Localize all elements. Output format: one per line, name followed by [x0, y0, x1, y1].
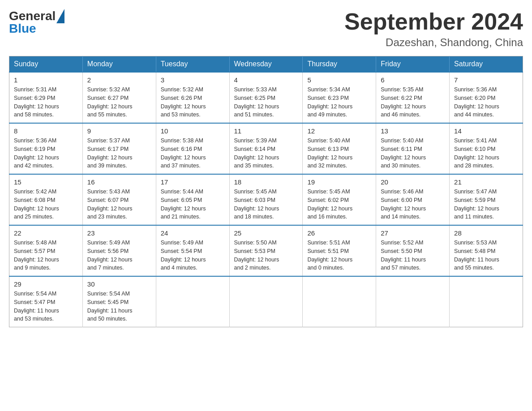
- day-info: Sunrise: 5:32 AMSunset: 6:26 PMDaylight:…: [161, 86, 225, 119]
- day-info: Sunrise: 5:40 AMSunset: 6:13 PMDaylight:…: [307, 137, 371, 170]
- day-number: 19: [307, 178, 371, 186]
- day-info: Sunrise: 5:52 AMSunset: 5:50 PMDaylight:…: [381, 239, 445, 272]
- calendar-cell: 20Sunrise: 5:46 AMSunset: 6:00 PMDayligh…: [376, 174, 450, 225]
- day-info: Sunrise: 5:45 AMSunset: 6:02 PMDaylight:…: [307, 188, 371, 221]
- calendar-cell: [376, 276, 450, 327]
- day-info: Sunrise: 5:43 AMSunset: 6:07 PMDaylight:…: [87, 188, 151, 221]
- day-number: 28: [454, 229, 518, 237]
- day-number: 1: [14, 76, 78, 84]
- day-number: 30: [87, 280, 151, 288]
- day-info: Sunrise: 5:46 AMSunset: 6:00 PMDaylight:…: [381, 188, 445, 221]
- day-info: Sunrise: 5:44 AMSunset: 6:05 PMDaylight:…: [161, 188, 225, 221]
- calendar-week-row: 8Sunrise: 5:36 AMSunset: 6:19 PMDaylight…: [9, 123, 523, 174]
- title-section: September 2024 Dazeshan, Shandong, China: [344, 9, 523, 49]
- day-number: 2: [87, 76, 151, 84]
- day-number: 16: [87, 178, 151, 186]
- day-info: Sunrise: 5:50 AMSunset: 5:53 PMDaylight:…: [234, 239, 298, 272]
- calendar-week-row: 22Sunrise: 5:48 AMSunset: 5:57 PMDayligh…: [9, 225, 523, 276]
- weekday-header-sunday: Sunday: [9, 56, 83, 73]
- page-header: General Blue September 2024 Dazeshan, Sh…: [9, 9, 523, 49]
- day-number: 22: [14, 229, 78, 237]
- day-number: 13: [381, 127, 445, 135]
- calendar-cell: 22Sunrise: 5:48 AMSunset: 5:57 PMDayligh…: [9, 225, 83, 276]
- weekday-header-saturday: Saturday: [450, 56, 523, 73]
- day-number: 21: [454, 178, 518, 186]
- calendar-cell: [450, 276, 523, 327]
- day-number: 20: [381, 178, 445, 186]
- location-title: Dazeshan, Shandong, China: [344, 36, 523, 49]
- day-info: Sunrise: 5:36 AMSunset: 6:20 PMDaylight:…: [454, 86, 518, 119]
- day-number: 10: [161, 127, 225, 135]
- day-info: Sunrise: 5:36 AMSunset: 6:19 PMDaylight:…: [14, 137, 78, 170]
- day-number: 4: [234, 76, 298, 84]
- day-info: Sunrise: 5:39 AMSunset: 6:14 PMDaylight:…: [234, 137, 298, 170]
- day-info: Sunrise: 5:37 AMSunset: 6:17 PMDaylight:…: [87, 137, 151, 170]
- calendar-cell: 29Sunrise: 5:54 AMSunset: 5:47 PMDayligh…: [9, 276, 83, 327]
- calendar-week-row: 15Sunrise: 5:42 AMSunset: 6:08 PMDayligh…: [9, 174, 523, 225]
- calendar-cell: 18Sunrise: 5:45 AMSunset: 6:03 PMDayligh…: [229, 174, 303, 225]
- day-info: Sunrise: 5:54 AMSunset: 5:47 PMDaylight:…: [14, 290, 78, 323]
- day-info: Sunrise: 5:31 AMSunset: 6:29 PMDaylight:…: [14, 86, 78, 119]
- day-number: 26: [307, 229, 371, 237]
- day-number: 23: [87, 229, 151, 237]
- calendar-cell: 2Sunrise: 5:32 AMSunset: 6:27 PMDaylight…: [82, 72, 156, 123]
- calendar-week-row: 1Sunrise: 5:31 AMSunset: 6:29 PMDaylight…: [9, 72, 523, 123]
- calendar-cell: 28Sunrise: 5:53 AMSunset: 5:48 PMDayligh…: [450, 225, 523, 276]
- calendar-body: 1Sunrise: 5:31 AMSunset: 6:29 PMDaylight…: [9, 72, 523, 327]
- weekday-header-row: SundayMondayTuesdayWednesdayThursdayFrid…: [9, 56, 523, 73]
- day-number: 14: [454, 127, 518, 135]
- day-number: 17: [161, 178, 225, 186]
- calendar-cell: 14Sunrise: 5:41 AMSunset: 6:10 PMDayligh…: [450, 123, 523, 174]
- day-number: 27: [381, 229, 445, 237]
- day-info: Sunrise: 5:41 AMSunset: 6:10 PMDaylight:…: [454, 137, 518, 170]
- calendar-cell: 7Sunrise: 5:36 AMSunset: 6:20 PMDaylight…: [450, 72, 523, 123]
- calendar-cell: 10Sunrise: 5:38 AMSunset: 6:16 PMDayligh…: [156, 123, 229, 174]
- calendar-cell: 12Sunrise: 5:40 AMSunset: 6:13 PMDayligh…: [303, 123, 376, 174]
- calendar-table: SundayMondayTuesdayWednesdayThursdayFrid…: [9, 56, 523, 327]
- calendar-cell: 9Sunrise: 5:37 AMSunset: 6:17 PMDaylight…: [82, 123, 156, 174]
- day-number: 3: [161, 76, 225, 84]
- day-number: 12: [307, 127, 371, 135]
- calendar-cell: 24Sunrise: 5:49 AMSunset: 5:54 PMDayligh…: [156, 225, 229, 276]
- calendar-cell: 16Sunrise: 5:43 AMSunset: 6:07 PMDayligh…: [82, 174, 156, 225]
- calendar-cell: 19Sunrise: 5:45 AMSunset: 6:02 PMDayligh…: [303, 174, 376, 225]
- calendar-cell: 3Sunrise: 5:32 AMSunset: 6:26 PMDaylight…: [156, 72, 229, 123]
- calendar-cell: 1Sunrise: 5:31 AMSunset: 6:29 PMDaylight…: [9, 72, 83, 123]
- calendar-cell: 23Sunrise: 5:49 AMSunset: 5:56 PMDayligh…: [82, 225, 156, 276]
- day-number: 15: [14, 178, 78, 186]
- day-number: 29: [14, 280, 78, 288]
- day-info: Sunrise: 5:47 AMSunset: 5:59 PMDaylight:…: [454, 188, 518, 221]
- weekday-header-monday: Monday: [82, 56, 156, 73]
- calendar-cell: 25Sunrise: 5:50 AMSunset: 5:53 PMDayligh…: [229, 225, 303, 276]
- logo-blue-text: Blue: [9, 21, 36, 36]
- day-number: 11: [234, 127, 298, 135]
- day-info: Sunrise: 5:35 AMSunset: 6:22 PMDaylight:…: [381, 86, 445, 119]
- day-info: Sunrise: 5:34 AMSunset: 6:23 PMDaylight:…: [307, 86, 371, 119]
- month-title: September 2024: [344, 9, 523, 34]
- calendar-header: SundayMondayTuesdayWednesdayThursdayFrid…: [9, 56, 523, 73]
- weekday-header-tuesday: Tuesday: [156, 56, 229, 73]
- calendar-cell: 15Sunrise: 5:42 AMSunset: 6:08 PMDayligh…: [9, 174, 83, 225]
- day-number: 24: [161, 229, 225, 237]
- day-info: Sunrise: 5:38 AMSunset: 6:16 PMDaylight:…: [161, 137, 225, 170]
- calendar-cell: 26Sunrise: 5:51 AMSunset: 5:51 PMDayligh…: [303, 225, 376, 276]
- weekday-header-thursday: Thursday: [303, 56, 376, 73]
- day-number: 5: [307, 76, 371, 84]
- day-info: Sunrise: 5:53 AMSunset: 5:48 PMDaylight:…: [454, 239, 518, 272]
- day-number: 25: [234, 229, 298, 237]
- calendar-cell: 8Sunrise: 5:36 AMSunset: 6:19 PMDaylight…: [9, 123, 83, 174]
- day-info: Sunrise: 5:54 AMSunset: 5:45 PMDaylight:…: [87, 290, 151, 323]
- day-info: Sunrise: 5:40 AMSunset: 6:11 PMDaylight:…: [381, 137, 445, 170]
- calendar-cell: 4Sunrise: 5:33 AMSunset: 6:25 PMDaylight…: [229, 72, 303, 123]
- calendar-cell: 21Sunrise: 5:47 AMSunset: 5:59 PMDayligh…: [450, 174, 523, 225]
- day-info: Sunrise: 5:33 AMSunset: 6:25 PMDaylight:…: [234, 86, 298, 119]
- calendar-cell: 27Sunrise: 5:52 AMSunset: 5:50 PMDayligh…: [376, 225, 450, 276]
- calendar-week-row: 29Sunrise: 5:54 AMSunset: 5:47 PMDayligh…: [9, 276, 523, 327]
- logo: General Blue: [9, 9, 64, 36]
- calendar-cell: 30Sunrise: 5:54 AMSunset: 5:45 PMDayligh…: [82, 276, 156, 327]
- day-number: 18: [234, 178, 298, 186]
- calendar-cell: 11Sunrise: 5:39 AMSunset: 6:14 PMDayligh…: [229, 123, 303, 174]
- calendar-cell: 5Sunrise: 5:34 AMSunset: 6:23 PMDaylight…: [303, 72, 376, 123]
- calendar-cell: 6Sunrise: 5:35 AMSunset: 6:22 PMDaylight…: [376, 72, 450, 123]
- day-info: Sunrise: 5:42 AMSunset: 6:08 PMDaylight:…: [14, 188, 78, 221]
